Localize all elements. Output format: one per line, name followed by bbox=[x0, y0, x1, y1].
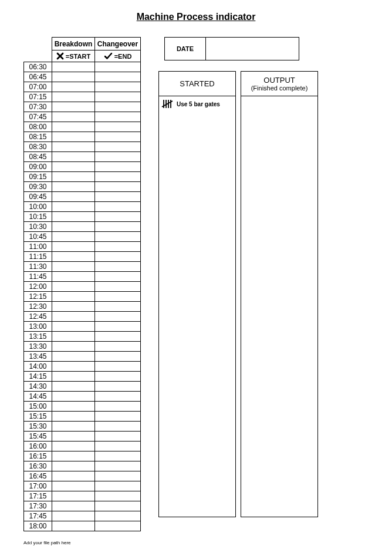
breakdown-cell[interactable] bbox=[52, 182, 95, 192]
breakdown-cell[interactable] bbox=[52, 322, 95, 332]
breakdown-cell[interactable] bbox=[52, 491, 95, 501]
changeover-cell[interactable] bbox=[95, 132, 141, 142]
breakdown-cell[interactable] bbox=[52, 292, 95, 302]
breakdown-cell[interactable] bbox=[52, 461, 95, 471]
breakdown-cell[interactable] bbox=[52, 272, 95, 282]
changeover-cell[interactable] bbox=[95, 412, 141, 422]
changeover-cell[interactable] bbox=[95, 112, 141, 122]
breakdown-cell[interactable] bbox=[52, 112, 95, 122]
breakdown-cell[interactable] bbox=[52, 392, 95, 402]
changeover-cell[interactable] bbox=[95, 511, 141, 521]
breakdown-cell[interactable] bbox=[52, 451, 95, 461]
changeover-cell[interactable] bbox=[95, 362, 141, 372]
breakdown-cell[interactable] bbox=[52, 192, 95, 202]
changeover-cell[interactable] bbox=[95, 232, 141, 242]
changeover-cell[interactable] bbox=[95, 432, 141, 442]
breakdown-cell[interactable] bbox=[52, 252, 95, 262]
changeover-cell[interactable] bbox=[95, 92, 141, 102]
changeover-cell[interactable] bbox=[95, 332, 141, 342]
breakdown-cell[interactable] bbox=[52, 172, 95, 182]
table-row: 14:15 bbox=[24, 372, 141, 382]
changeover-cell[interactable] bbox=[95, 312, 141, 322]
changeover-cell[interactable] bbox=[95, 142, 141, 152]
breakdown-cell[interactable] bbox=[52, 92, 95, 102]
breakdown-cell[interactable] bbox=[52, 222, 95, 232]
breakdown-cell[interactable] bbox=[52, 132, 95, 142]
breakdown-cell[interactable] bbox=[52, 352, 95, 362]
changeover-cell[interactable] bbox=[95, 212, 141, 222]
time-cell: 07:00 bbox=[24, 82, 52, 92]
breakdown-cell[interactable] bbox=[52, 362, 95, 372]
breakdown-cell[interactable] bbox=[52, 142, 95, 152]
changeover-cell[interactable] bbox=[95, 392, 141, 402]
changeover-cell[interactable] bbox=[95, 122, 141, 132]
breakdown-cell[interactable] bbox=[52, 152, 95, 162]
changeover-cell[interactable] bbox=[95, 252, 141, 262]
changeover-cell[interactable] bbox=[95, 282, 141, 292]
changeover-cell[interactable] bbox=[95, 172, 141, 182]
changeover-cell[interactable] bbox=[95, 72, 141, 82]
output-body[interactable] bbox=[241, 96, 317, 517]
changeover-cell[interactable] bbox=[95, 521, 141, 531]
changeover-cell[interactable] bbox=[95, 471, 141, 481]
changeover-cell[interactable] bbox=[95, 152, 141, 162]
changeover-cell[interactable] bbox=[95, 442, 141, 451]
breakdown-cell[interactable] bbox=[52, 312, 95, 322]
date-value-field[interactable] bbox=[206, 38, 299, 60]
breakdown-cell[interactable] bbox=[52, 342, 95, 352]
changeover-cell[interactable] bbox=[95, 242, 141, 252]
breakdown-cell[interactable] bbox=[52, 162, 95, 172]
changeover-cell[interactable] bbox=[95, 481, 141, 491]
breakdown-cell[interactable] bbox=[52, 501, 95, 511]
breakdown-cell[interactable] bbox=[52, 412, 95, 422]
changeover-cell[interactable] bbox=[95, 461, 141, 471]
breakdown-cell[interactable] bbox=[52, 282, 95, 292]
breakdown-cell[interactable] bbox=[52, 521, 95, 531]
breakdown-cell[interactable] bbox=[52, 422, 95, 432]
breakdown-cell[interactable] bbox=[52, 102, 95, 112]
changeover-cell[interactable] bbox=[95, 262, 141, 272]
changeover-cell[interactable] bbox=[95, 372, 141, 382]
breakdown-cell[interactable] bbox=[52, 372, 95, 382]
changeover-cell[interactable] bbox=[95, 451, 141, 461]
breakdown-cell[interactable] bbox=[52, 82, 95, 92]
breakdown-cell[interactable] bbox=[52, 442, 95, 451]
changeover-cell[interactable] bbox=[95, 501, 141, 511]
changeover-cell[interactable] bbox=[95, 382, 141, 392]
changeover-cell[interactable] bbox=[95, 62, 141, 72]
changeover-cell[interactable] bbox=[95, 352, 141, 362]
changeover-cell[interactable] bbox=[95, 192, 141, 202]
breakdown-cell[interactable] bbox=[52, 242, 95, 252]
breakdown-cell[interactable] bbox=[52, 202, 95, 212]
changeover-cell[interactable] bbox=[95, 292, 141, 302]
breakdown-cell[interactable] bbox=[52, 332, 95, 342]
changeover-cell[interactable] bbox=[95, 272, 141, 282]
breakdown-cell[interactable] bbox=[52, 481, 95, 491]
changeover-cell[interactable] bbox=[95, 82, 141, 92]
changeover-cell[interactable] bbox=[95, 491, 141, 501]
changeover-cell[interactable] bbox=[95, 102, 141, 112]
breakdown-cell[interactable] bbox=[52, 511, 95, 521]
changeover-cell[interactable] bbox=[95, 202, 141, 212]
changeover-cell[interactable] bbox=[95, 162, 141, 172]
breakdown-cell[interactable] bbox=[52, 212, 95, 222]
breakdown-cell[interactable] bbox=[52, 62, 95, 72]
breakdown-cell[interactable] bbox=[52, 471, 95, 481]
breakdown-cell[interactable] bbox=[52, 232, 95, 242]
breakdown-cell[interactable] bbox=[52, 262, 95, 272]
changeover-cell[interactable] bbox=[95, 422, 141, 432]
changeover-cell[interactable] bbox=[95, 302, 141, 312]
breakdown-cell[interactable] bbox=[52, 432, 95, 442]
changeover-cell[interactable] bbox=[95, 342, 141, 352]
changeover-cell[interactable] bbox=[95, 402, 141, 412]
breakdown-cell[interactable] bbox=[52, 302, 95, 312]
breakdown-cell[interactable] bbox=[52, 382, 95, 392]
breakdown-cell[interactable] bbox=[52, 72, 95, 82]
changeover-cell[interactable] bbox=[95, 322, 141, 332]
time-cell: 14:00 bbox=[24, 362, 52, 372]
changeover-cell[interactable] bbox=[95, 222, 141, 232]
changeover-cell[interactable] bbox=[95, 182, 141, 192]
started-body[interactable]: Use 5 bar gates bbox=[159, 96, 235, 517]
breakdown-cell[interactable] bbox=[52, 122, 95, 132]
breakdown-cell[interactable] bbox=[52, 402, 95, 412]
